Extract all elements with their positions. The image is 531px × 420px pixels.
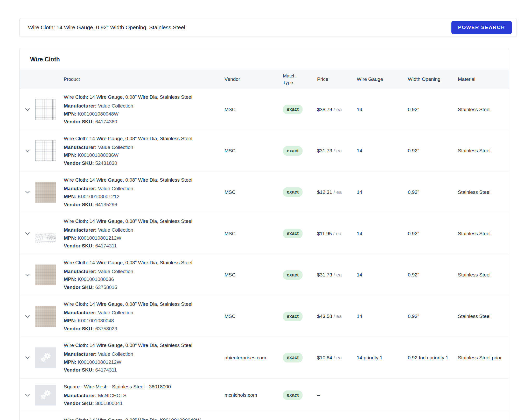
column-header-product: Product	[64, 77, 80, 82]
product-manufacturer: Manufacturer: Value Collection	[64, 103, 219, 109]
product-thumbnail	[35, 99, 56, 120]
expand-chevron-icon[interactable]	[24, 355, 31, 360]
wire-gauge-cell: 14 priority 1	[357, 355, 408, 361]
table-row: Wire Cloth: 14 Wire Gauge, 0.08" Wire Di…	[20, 254, 509, 296]
product-title: Wire Cloth: 14 Wire Gauge, 0.08" Wire Di…	[64, 177, 219, 183]
wire-gauge-cell: 14	[357, 231, 408, 237]
column-header-price: Price	[317, 76, 328, 82]
price-cell: $10.84 / ea	[317, 355, 357, 361]
product-title: Wire Cloth: 14 Wire Gauge, 0.08" Wire Di…	[64, 301, 219, 308]
product-title: Wire Cloth: 14 Wire Gauge, 0.08" Wire Di…	[64, 417, 219, 420]
product-vendor-sku: Vendor SKU: 64135296	[64, 202, 219, 208]
product-manufacturer: Manufacturer: Value Collection	[64, 310, 219, 316]
match-type-badge: exact	[283, 353, 303, 362]
product-vendor-sku: Vendor SKU: 63758023	[64, 326, 219, 332]
width-opening-cell: 0.92 Inch priority 1	[408, 355, 458, 361]
material-cell: Stainless Steel	[458, 107, 509, 112]
product-mpn: MPN: K0010010801212W	[64, 235, 219, 241]
match-type-badge: exact	[283, 105, 303, 114]
product-manufacturer: Manufacturer: Value Collection	[64, 186, 219, 192]
column-header-material: Material	[458, 76, 476, 82]
expand-chevron-icon[interactable]	[24, 273, 31, 277]
expand-chevron-icon[interactable]	[24, 107, 31, 112]
product-vendor-sku: Vendor SKU: 64174311	[64, 367, 219, 373]
results-card: Wire Cloth Product Vendor Match Type Pri…	[19, 48, 509, 420]
match-type-badge: exact	[283, 270, 303, 280]
expand-chevron-icon[interactable]	[24, 231, 31, 236]
match-type-badge: exact	[283, 390, 303, 400]
match-type-badge: exact	[283, 229, 303, 238]
wire-gauge-cell: 14	[357, 189, 408, 195]
product-title: Wire Cloth: 14 Wire Gauge, 0.08" Wire Di…	[64, 259, 219, 266]
product-vendor-sku: Vendor SKU: 63758015	[64, 284, 219, 291]
product-title: Square - Wire Mesh - Stainless Steel - 3…	[64, 383, 219, 390]
price-cell: $38.79 / ea	[317, 107, 357, 112]
material-cell: Stainless Steel	[458, 272, 509, 278]
column-header-match-type: Match Type	[283, 73, 298, 86]
column-header-width-opening: Width Opening	[408, 76, 427, 83]
product-thumbnail	[35, 182, 56, 203]
column-header-vendor: Vendor	[225, 76, 240, 82]
product-thumbnail	[35, 223, 56, 244]
width-opening-cell: 0.92"	[408, 272, 458, 278]
product-mpn: MPN: K001001080036W	[64, 152, 219, 159]
product-vendor-sku: Vendor SKU: 3801800041	[64, 400, 219, 407]
table-row: Wire Cloth: 14 Wire Gauge, 0.08" Wire Di…	[20, 130, 509, 172]
vendor-cell: MSC	[225, 272, 283, 278]
table-header: Product Vendor Match Type Price Wire Gau…	[20, 70, 509, 89]
match-type-badge: exact	[283, 312, 303, 321]
search-bar: POWER SEARCH	[19, 18, 517, 37]
vendor-cell: MSC	[225, 231, 283, 237]
vendor-cell: MSC	[225, 314, 283, 319]
price-cell: $31.73 / ea	[317, 272, 357, 278]
wire-gauge-cell: 14	[357, 272, 408, 278]
product-mpn: MPN: K001001080048W	[64, 111, 219, 117]
placeholder-gears-icon	[35, 385, 56, 405]
width-opening-cell: 0.92"	[408, 231, 458, 237]
table-row: Square - Wire Mesh - Stainless Steel - 3…	[20, 379, 509, 412]
expand-chevron-icon[interactable]	[24, 393, 31, 398]
product-manufacturer: Manufacturer: Value Collection	[64, 144, 219, 151]
column-header-wire-gauge: Wire Gauge	[357, 76, 383, 82]
price-cell: $11.95 / ea	[317, 231, 357, 237]
product-manufacturer: Manufacturer: Value Collection	[64, 227, 219, 233]
material-cell: Stainless Steel	[458, 231, 509, 237]
price-cell: $43.58 / ea	[317, 314, 357, 319]
vendor-cell: MSC	[225, 148, 283, 154]
product-mpn: MPN: K001001080048	[64, 318, 219, 324]
placeholder-gears-icon	[35, 347, 56, 368]
search-input[interactable]	[27, 24, 451, 31]
product-vendor-sku: Vendor SKU: 64174360	[64, 119, 219, 125]
product-mpn: MPN: K001001080036	[64, 276, 219, 283]
table-row: Wire Cloth: 14 Wire Gauge, 0.08" Wire Di…	[20, 412, 509, 420]
expand-chevron-icon[interactable]	[24, 148, 31, 153]
wire-gauge-cell: 14	[357, 314, 408, 319]
product-thumbnail	[35, 265, 56, 285]
vendor-cell: MSC	[225, 107, 283, 112]
product-manufacturer: Manufacturer: McNICHOLS	[64, 393, 219, 399]
product-manufacturer: Manufacturer: Value Collection	[64, 351, 219, 358]
width-opening-cell: 0.92"	[408, 107, 458, 112]
product-title: Wire Cloth: 14 Wire Gauge, 0.08" Wire Di…	[64, 342, 219, 349]
width-opening-cell: 0.92"	[408, 314, 458, 319]
wire-gauge-cell: 14	[357, 148, 408, 154]
product-vendor-sku: Vendor SKU: 52431830	[64, 160, 219, 167]
table-row: Wire Cloth: 14 Wire Gauge, 0.08" Wire Di…	[20, 213, 509, 254]
product-thumbnail	[35, 140, 56, 161]
product-title: Wire Cloth: 14 Wire Gauge, 0.08" Wire Di…	[64, 218, 219, 225]
product-title: Wire Cloth: 14 Wire Gauge, 0.08" Wire Di…	[64, 135, 219, 142]
wire-gauge-cell: 14	[357, 107, 408, 112]
material-cell: Stainless Steel	[458, 314, 509, 319]
width-opening-cell: 0.92"	[408, 189, 458, 195]
price-cell: $12.31 / ea	[317, 189, 357, 195]
expand-chevron-icon[interactable]	[24, 314, 31, 319]
vendor-cell: MSC	[225, 189, 283, 195]
product-manufacturer: Manufacturer: Value Collection	[64, 268, 219, 275]
width-opening-cell: 0.92"	[408, 148, 458, 154]
table-row: Wire Cloth: 14 Wire Gauge, 0.08" Wire Di…	[20, 296, 509, 337]
power-search-button[interactable]: POWER SEARCH	[451, 21, 512, 34]
product-mpn: MPN: K00100108001212	[64, 194, 219, 200]
product-mpn: MPN: K0010010801212W	[64, 359, 219, 366]
material-cell: Stainless Steel prior	[458, 355, 509, 361]
expand-chevron-icon[interactable]	[24, 190, 31, 195]
